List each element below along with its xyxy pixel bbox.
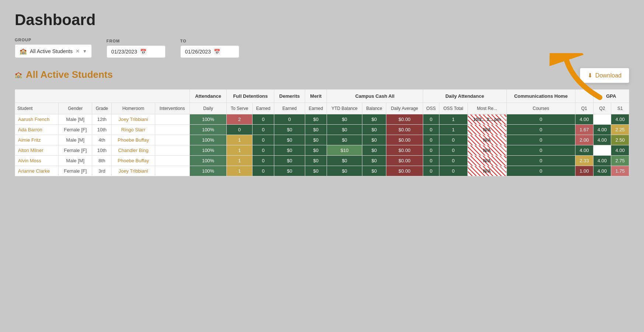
sh-q2: Q2 [593, 103, 611, 114]
sh-homeroom: Homeroom [112, 103, 155, 114]
sh-balance: Balance [362, 103, 386, 114]
page-title: Dashboard [15, 11, 629, 29]
table-cell: 4.00 [575, 114, 593, 125]
table-cell: 1 [227, 166, 252, 176]
table-cell: 0 [423, 145, 439, 156]
table-body: Aarush French Male [M] 12th Joey Tribbia… [15, 114, 629, 176]
homeroom-cell[interactable]: Joey Tribbiani [112, 166, 155, 176]
group-filter: GROUP 🏫 All Active Students ✕ ▼ [15, 38, 92, 58]
table-cell: N/A [467, 145, 507, 156]
table-cell: $0 [274, 135, 305, 145]
table-cell: 4.00 [575, 145, 593, 156]
table-cell: $0.00 [386, 135, 423, 145]
section-icon: 🏫 [15, 71, 22, 78]
from-date-input[interactable]: 01/23/2023 📅 [107, 45, 166, 58]
group-clear-icon[interactable]: ✕ [76, 48, 80, 54]
table-cell: $0 [305, 135, 327, 145]
download-button[interactable]: ⬇ Download [580, 68, 629, 83]
sh-student: Student [15, 103, 59, 114]
table-cell: 10/2... 3:...pm [467, 114, 507, 125]
grade-cell: 3rd [92, 166, 112, 176]
table-cell: $0 [362, 166, 386, 176]
table-cell: $10 [327, 145, 362, 156]
table-cell: 2.50 [611, 135, 629, 145]
to-label: TO [180, 39, 239, 43]
sh-daily-avg: Daily Average [386, 103, 423, 114]
table-cell: 0 [507, 125, 575, 135]
student-name[interactable]: Arianne Clarke [15, 166, 59, 176]
sh-q1: Q1 [575, 103, 593, 114]
gender-cell: Female [F] [59, 125, 92, 135]
sh-interventions: Interventions [155, 103, 189, 114]
table-cell: $0 [327, 135, 362, 145]
table-cell: 100% [189, 145, 227, 156]
filters-bar: GROUP 🏫 All Active Students ✕ ▼ FROM 01/… [15, 38, 629, 58]
homeroom-cell[interactable]: Phoebe Buffay [112, 135, 155, 145]
to-date-value: 01/26/2023 [185, 49, 211, 55]
table-cell: $0 [305, 125, 327, 135]
download-icon: ⬇ [588, 72, 592, 79]
interventions-cell [155, 114, 189, 125]
table-cell [593, 114, 611, 125]
group-select[interactable]: 🏫 All Active Students ✕ ▼ [15, 44, 92, 58]
student-name[interactable]: Ada Barron [15, 125, 59, 135]
grade-cell: 12th [92, 114, 112, 125]
table-cell: N/A [467, 135, 507, 145]
table-row: Aimie Fritz Male [M] 4th Phoebe Buffay 1… [15, 135, 629, 145]
group-icon: 🏫 [20, 48, 27, 55]
from-label: FROM [107, 39, 166, 43]
table-cell: $0 [274, 145, 305, 156]
homeroom-cell[interactable]: Phoebe Buffay [112, 156, 155, 166]
table-cell: $0 [305, 166, 327, 176]
th-comms-home: Communications Home [507, 90, 575, 103]
table-cell: 0 [507, 114, 575, 125]
table-row: Ada Barron Female [F] 10th Ringo Starr 1… [15, 125, 629, 135]
grade-cell: 10th [92, 145, 112, 156]
student-name[interactable]: Aimie Fritz [15, 135, 59, 145]
table-cell: 4.00 [593, 135, 611, 145]
table-cell: $0 [274, 125, 305, 135]
homeroom-cell[interactable]: Chandler Bing [112, 145, 155, 156]
table-cell: $0.00 [386, 145, 423, 156]
table-wrapper: ⬇ Download Attendance Full Detentions De… [15, 86, 629, 176]
sh-gender: Gender [59, 103, 92, 114]
homeroom-cell[interactable]: Ringo Starr [112, 125, 155, 135]
sh-ytd-balance: YTD Balance [327, 103, 362, 114]
table-cell: 0 [507, 156, 575, 166]
student-name[interactable]: Alvin Moss [15, 156, 59, 166]
table-cell: $0 [327, 114, 362, 125]
to-date-input[interactable]: 01/26/2023 📅 [180, 45, 239, 58]
table-cell: 1.00 [575, 166, 593, 176]
th-blank2 [575, 90, 593, 103]
sh-most-recent: Most Re... [467, 103, 507, 114]
table-cell: 4.00 [593, 156, 611, 166]
table-cell: $0 [305, 114, 327, 125]
table-cell: 0 [252, 145, 274, 156]
group-dropdown-icon[interactable]: ▼ [83, 49, 87, 54]
grade-cell: 10th [92, 125, 112, 135]
table-cell: 0 [423, 125, 439, 135]
homeroom-cell[interactable]: Joey Tribbiani [112, 114, 155, 125]
table-cell: $0 [327, 156, 362, 166]
table-cell: 4.00 [611, 114, 629, 125]
table-cell: 1.67 [575, 125, 593, 135]
table-cell: $0 [305, 145, 327, 156]
table-cell: 100% [189, 166, 227, 176]
student-name[interactable]: Aarush French [15, 114, 59, 125]
sh-earned-merit: Earned [305, 103, 327, 114]
table-cell: $0.00 [386, 114, 423, 125]
interventions-cell [155, 125, 189, 135]
table-cell: 0 [507, 135, 575, 145]
section-title: All Active Students [26, 69, 113, 80]
table-cell: $0 [362, 135, 386, 145]
interventions-cell [155, 135, 189, 145]
data-table-container: Attendance Full Detentions Demerits Meri… [15, 89, 629, 176]
student-name[interactable]: Alton Milner [15, 145, 59, 156]
table-cell: $0 [362, 156, 386, 166]
table-cell: 0 [423, 156, 439, 166]
download-label: Download [595, 72, 622, 79]
table-cell: 0 [252, 166, 274, 176]
table-cell: 0 [252, 156, 274, 166]
th-merit: Merit [305, 90, 327, 103]
sh-oss-total: OSS Total [439, 103, 467, 114]
